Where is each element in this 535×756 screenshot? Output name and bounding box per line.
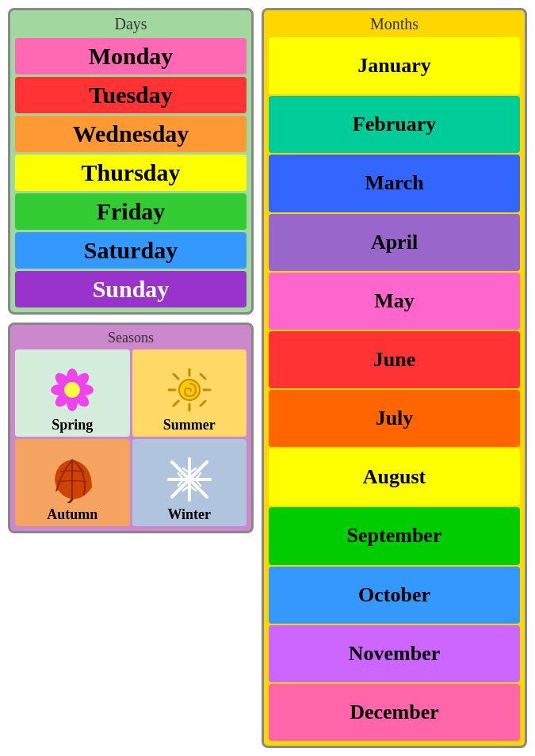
season-winter-label: Winter: [167, 506, 211, 523]
month-april: April: [269, 214, 520, 271]
day-tuesday: Tuesday: [15, 77, 246, 113]
right-column: Months January February March April May …: [262, 8, 527, 748]
season-autumn: Autumn: [15, 439, 130, 526]
main-container: Days Monday Tuesday Wednesday Thursday F…: [0, 0, 535, 756]
month-february: February: [269, 96, 520, 153]
months-box: Months January February March April May …: [262, 8, 527, 748]
season-summer: Summer: [132, 349, 247, 437]
svg-point-8: [64, 382, 80, 398]
seasons-box: Seasons: [8, 323, 254, 533]
month-december: December: [269, 684, 520, 741]
season-spring-label: Spring: [52, 417, 93, 433]
month-june: June: [269, 331, 520, 388]
months-title: Months: [269, 15, 520, 33]
month-november: November: [269, 625, 520, 682]
season-summer-label: Summer: [163, 417, 216, 433]
season-winter: Winter: [132, 439, 247, 526]
day-saturday: Saturday: [15, 232, 246, 269]
leaf-icon: [48, 456, 96, 503]
seasons-title: Seasons: [15, 330, 246, 346]
snowflake-icon: [166, 456, 213, 503]
day-thursday: Thursday: [15, 155, 246, 191]
days-box: Days Monday Tuesday Wednesday Thursday F…: [8, 8, 254, 315]
day-wednesday: Wednesday: [15, 116, 246, 152]
month-august: August: [269, 449, 520, 506]
day-friday: Friday: [15, 193, 246, 230]
svg-line-16: [201, 401, 205, 406]
month-january: January: [269, 37, 520, 94]
svg-point-17: [179, 380, 200, 400]
day-monday: Monday: [15, 38, 246, 74]
svg-line-15: [174, 401, 178, 406]
flower-icon: [48, 366, 96, 414]
month-march: March: [269, 155, 520, 212]
svg-line-13: [174, 374, 178, 379]
season-autumn-label: Autumn: [47, 506, 97, 523]
left-column: Days Monday Tuesday Wednesday Thursday F…: [8, 8, 254, 748]
day-sunday: Sunday: [15, 271, 246, 307]
season-spring: Spring: [15, 349, 130, 437]
seasons-grid: Spring: [15, 349, 246, 526]
svg-point-30: [186, 476, 193, 483]
sun-icon: [166, 366, 213, 414]
days-title: Days: [15, 15, 246, 33]
month-september: September: [269, 507, 520, 564]
svg-line-14: [201, 374, 205, 379]
month-july: July: [269, 390, 520, 447]
month-october: October: [269, 567, 520, 624]
month-may: May: [269, 273, 520, 330]
